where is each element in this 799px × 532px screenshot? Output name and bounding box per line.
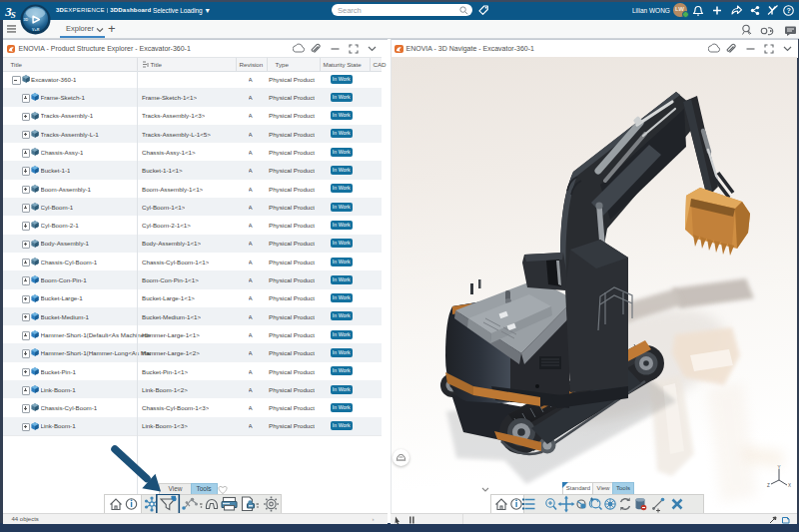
svg-text:Z: Z (767, 483, 770, 488)
svg-text:3D: 3D (23, 17, 28, 21)
svg-text:Y: Y (778, 464, 781, 469)
svg-text:?: ? (787, 7, 791, 14)
svg-text:X: X (788, 483, 791, 488)
svg-text:S: S (11, 10, 16, 20)
svg-text:V+R: V+R (32, 28, 40, 32)
